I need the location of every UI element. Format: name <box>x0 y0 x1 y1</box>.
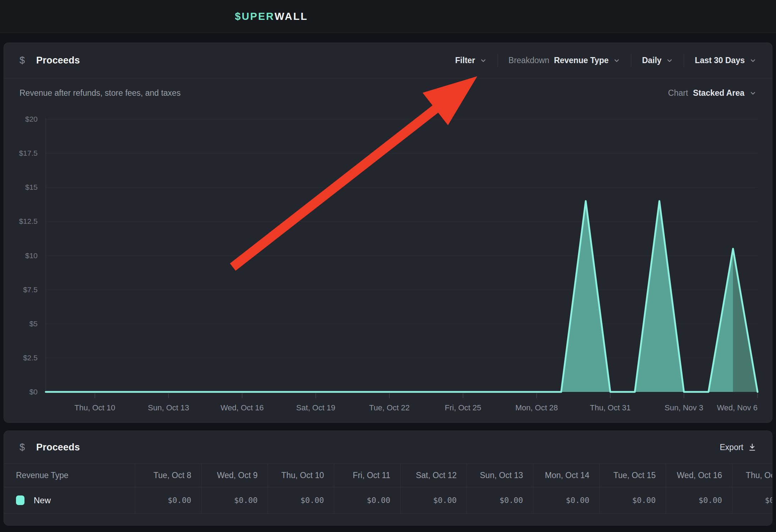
table-header-row: Revenue TypeTue, Oct 8Wed, Oct 9Thu, Oct… <box>4 464 772 487</box>
column-header-date: Tue, Oct 15 <box>599 464 666 487</box>
download-icon <box>748 443 756 451</box>
x-axis-tick-label: Sun, Nov 3 <box>665 403 703 412</box>
column-header-date: Tue, Oct 8 <box>135 464 201 487</box>
column-header-date: Wed, Oct 16 <box>666 464 732 487</box>
y-axis-tick-label: $5 <box>29 320 38 328</box>
logo-prefix: $UPER <box>235 11 275 22</box>
x-axis-tick-label: Wed, Nov 6 <box>717 403 758 412</box>
topbar: $UPERWALL <box>0 0 776 33</box>
export-button[interactable]: Export <box>720 443 756 452</box>
table-cell-value: $0.00 <box>334 487 400 513</box>
y-axis-tick-label: $20 <box>25 115 38 123</box>
x-axis-tick-label: Mon, Oct 28 <box>516 403 558 412</box>
y-axis-tick-label: $12.5 <box>19 217 38 225</box>
table-row: New$0.00$0.00$0.00$0.00$0.00$0.00$0.00$0… <box>4 487 772 514</box>
table-cell-value: $0.00 <box>201 487 268 513</box>
column-header-date: Sun, Oct 13 <box>467 464 533 487</box>
proceeds-table-card: $ Proceeds Export Revenue TypeTue, Oct 8… <box>4 431 772 526</box>
table-cell-value: $0.00 <box>400 487 467 513</box>
x-axis-tick-label: Tue, Oct 22 <box>369 403 409 412</box>
y-axis-tick-label: $15 <box>25 183 38 191</box>
proceeds-area-chart: $0$2.5$5$7.5$10$12.5$15$17.5$20Thu, Oct … <box>4 43 773 423</box>
x-axis-tick-label: Fri, Oct 25 <box>445 403 481 412</box>
table-cell-value: $0.00 <box>599 487 666 513</box>
table-cell-value: $0.00 <box>666 487 732 513</box>
x-axis-tick-label: Thu, Oct 31 <box>590 403 631 412</box>
column-header-date: Fri, Oct 11 <box>334 464 400 487</box>
column-header-date: Wed, Oct 9 <box>201 464 268 487</box>
export-label: Export <box>720 443 743 452</box>
table-title: Proceeds <box>36 442 80 453</box>
chart-subheader: Revenue after refunds, store fees, and t… <box>4 88 772 98</box>
x-axis-tick-label: Sat, Oct 19 <box>296 403 335 412</box>
y-axis-tick-label: $0 <box>29 388 38 396</box>
chevron-down-icon <box>749 90 756 97</box>
chart-type-dropdown[interactable]: Chart Stacked Area <box>668 88 756 98</box>
table-cell-value: $0.00 <box>533 487 599 513</box>
table-cell-value: $0.00 <box>268 487 334 513</box>
table-cell-value: $0.00 <box>135 487 201 513</box>
series-color-swatch <box>16 495 24 505</box>
x-axis-tick-label: Thu, Oct 10 <box>75 403 115 412</box>
chart-type-value: Stacked Area <box>693 88 744 98</box>
y-axis-tick-label: $2.5 <box>23 354 38 362</box>
column-header-date: Mon, Oct 14 <box>533 464 599 487</box>
y-axis-tick-label: $17.5 <box>19 149 38 157</box>
logo-suffix: WALL <box>275 11 308 22</box>
proceeds-chart-card: $ Proceeds Filter Breakdown Revenue Type… <box>4 43 772 423</box>
superwall-logo[interactable]: $UPERWALL <box>235 0 308 33</box>
row-header-new: New <box>4 487 135 513</box>
table-cell-value: $0.00 <box>467 487 533 513</box>
y-axis-tick-label: $10 <box>25 251 38 260</box>
column-header-date: Thu, Oct 17 <box>732 464 772 487</box>
row-label: New <box>34 495 51 505</box>
chart-type-label: Chart <box>668 88 688 98</box>
column-header-date: Sat, Oct 12 <box>400 464 467 487</box>
x-axis-tick-label: Wed, Oct 16 <box>220 403 264 412</box>
column-header-date: Thu, Oct 10 <box>268 464 334 487</box>
table-card-header: $ Proceeds Export <box>4 431 772 464</box>
x-axis-tick-label: Sun, Oct 13 <box>148 403 189 412</box>
table-cell-value: $0.00 <box>732 487 772 513</box>
chart-subtitle: Revenue after refunds, store fees, and t… <box>20 88 181 98</box>
dollar-icon: $ <box>20 442 25 453</box>
y-axis-tick-label: $7.5 <box>23 286 38 294</box>
column-header-revenue-type: Revenue Type <box>4 464 135 487</box>
